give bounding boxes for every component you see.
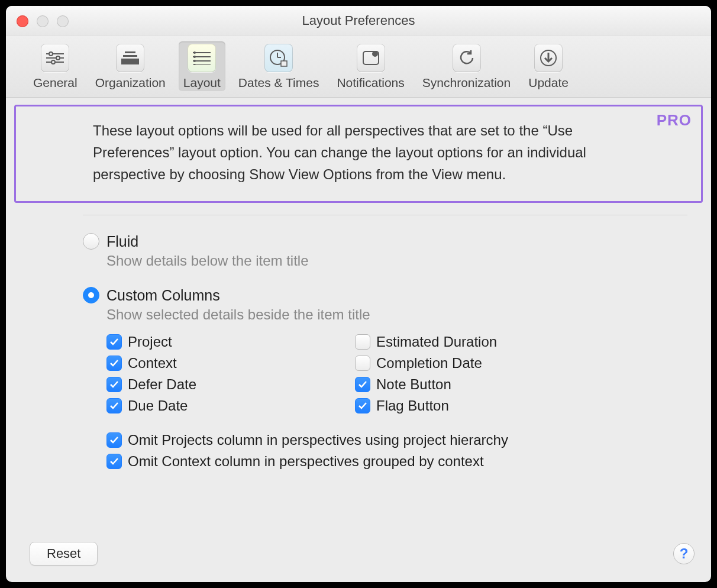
svg-rect-8 [121,59,139,64]
svg-point-5 [51,60,55,64]
checkbox-completion-date-row[interactable]: Completion Date [355,355,603,371]
svg-rect-6 [125,51,135,53]
close-window-icon[interactable] [17,15,28,27]
checkbox-context-row[interactable]: Context [106,355,355,371]
checkbox-note-button[interactable] [355,377,370,392]
help-button[interactable]: ? [673,543,695,564]
checkbox-project-row[interactable]: Project [106,334,355,350]
checkbox-label: Omit Projects column in perspectives usi… [128,432,508,448]
tab-label: Update [528,76,569,90]
checkbox-project[interactable] [106,334,122,350]
checkbox-label: Completion Date [376,355,482,371]
checkbox-label: Omit Context column in perspectives grou… [128,453,484,470]
svg-point-22 [372,51,378,57]
titlebar: Layout Preferences [6,6,711,35]
tab-label: Organization [95,76,166,90]
checkbox-defer-date-row[interactable]: Defer Date [106,376,355,393]
checkbox-label: Project [128,334,172,350]
svg-point-15 [193,60,196,62]
checkbox-completion-date[interactable] [355,356,370,371]
minimize-window-icon[interactable] [37,15,49,27]
checkbox-omit-projects-row[interactable]: Omit Projects column in perspectives usi… [106,432,687,448]
tab-dates-times[interactable]: Dates & Times [234,41,324,91]
layout-options-pane: Fluid Show details below the item title … [6,203,711,542]
checkbox-label: Context [128,355,177,371]
layout-icon [188,44,216,72]
checkbox-label: Flag Button [376,398,449,414]
svg-point-4 [56,56,60,60]
pro-callout: PRO These layout options will be used fo… [14,105,703,203]
notification-icon [357,44,385,72]
tab-update[interactable]: Update [524,41,573,91]
callout-text: These layout options will be used for al… [93,119,624,186]
tab-synchronization[interactable]: Synchronization [418,41,515,91]
radio-fluid-label: Fluid [106,233,138,250]
tab-label: General [33,76,77,90]
checkbox-label: Estimated Duration [376,334,497,350]
checkbox-label: Note Button [376,376,451,393]
download-icon [534,44,563,72]
sync-icon [453,44,481,72]
svg-point-14 [193,56,196,58]
sliders-icon [41,44,69,72]
checkbox-note-button-row[interactable]: Note Button [355,376,603,393]
checkbox-due-date[interactable] [106,398,122,413]
tab-label: Dates & Times [238,76,319,90]
checkbox-estimated-duration[interactable] [355,334,370,350]
preferences-window: Layout Preferences General Organization … [6,6,711,582]
checkbox-flag-button[interactable] [355,398,370,413]
clock-icon [264,44,293,72]
zoom-window-icon[interactable] [57,15,69,27]
tab-organization[interactable]: Organization [91,41,170,91]
tab-notifications[interactable]: Notifications [332,41,409,91]
checkbox-flag-button-row[interactable]: Flag Button [355,398,603,414]
svg-point-16 [193,64,196,65]
pro-badge: PRO [657,111,692,130]
checkbox-due-date-row[interactable]: Due Date [106,398,355,414]
stack-icon [116,44,144,72]
tab-general[interactable]: General [28,41,82,91]
radio-fluid-subtitle: Show details below the item title [106,253,687,269]
radio-custom-subtitle: Show selected details beside the item ti… [106,306,687,323]
radio-custom-columns[interactable] [83,287,99,303]
checkbox-estimated-duration-row[interactable]: Estimated Duration [355,334,603,350]
svg-point-13 [193,51,196,54]
window-title: Layout Preferences [6,13,711,28]
tab-label: Notifications [337,76,404,90]
svg-rect-7 [123,55,137,57]
checkbox-defer-date[interactable] [106,377,122,392]
tab-layout[interactable]: Layout [179,41,225,91]
svg-point-3 [49,52,53,56]
checkbox-context[interactable] [106,356,122,371]
tab-label: Synchronization [422,76,511,90]
checkbox-omit-context-row[interactable]: Omit Context column in perspectives grou… [106,453,687,470]
checkbox-label: Defer Date [128,376,196,393]
radio-fluid[interactable] [83,233,99,250]
radio-custom-row[interactable]: Custom Columns [83,287,687,304]
radio-fluid-row[interactable]: Fluid [83,233,687,250]
checkbox-omit-projects[interactable] [106,432,122,448]
tab-label: Layout [183,76,221,90]
checkbox-omit-context[interactable] [106,454,122,469]
window-controls [17,15,69,27]
checkbox-label: Due Date [128,398,188,414]
column-checkbox-grid: Project Estimated Duration Context Compl… [106,334,687,414]
reset-button[interactable]: Reset [30,542,98,566]
footer: Reset ? [6,542,711,582]
preferences-toolbar: General Organization Layout Dates & Time… [6,35,711,98]
divider [83,215,687,215]
radio-custom-label: Custom Columns [106,287,220,304]
svg-rect-20 [281,61,287,66]
